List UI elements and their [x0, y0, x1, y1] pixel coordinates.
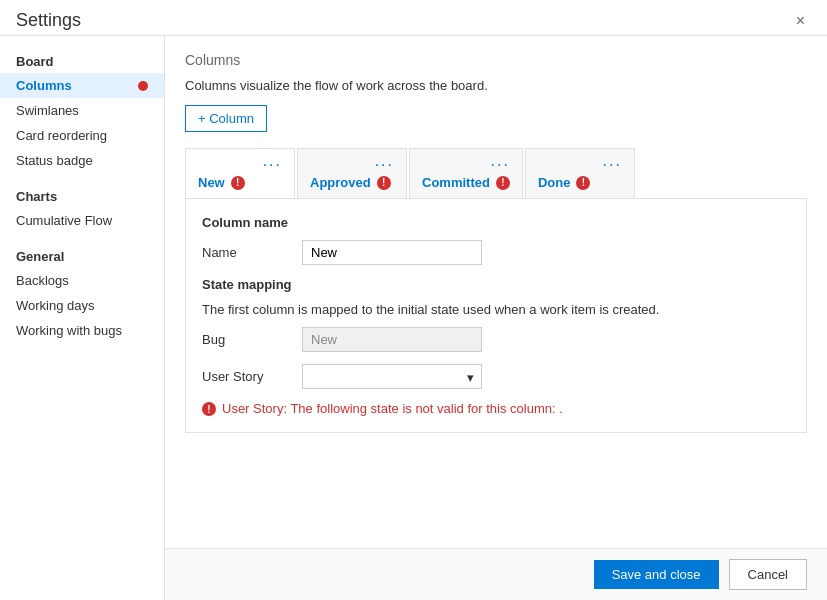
sidebar-item-backlogs-label: Backlogs [16, 273, 69, 288]
close-button[interactable]: × [790, 11, 811, 31]
bug-field-row: Bug New [202, 327, 790, 352]
sidebar-item-working-with-bugs[interactable]: Working with bugs [0, 318, 164, 343]
sidebar-item-status-badge[interactable]: Status badge [0, 148, 164, 173]
sidebar-item-cumulative-flow-label: Cumulative Flow [16, 213, 112, 228]
sidebar-item-working-days[interactable]: Working days [0, 293, 164, 318]
page-title: Columns [185, 52, 807, 68]
user-story-select-wrapper: New Active Resolved Closed [302, 364, 482, 389]
sidebar-item-status-badge-label: Status badge [16, 153, 93, 168]
user-story-field-row: User Story New Active Resolved Closed [202, 364, 790, 389]
state-mapping-section: State mapping The first column is mapped… [202, 277, 790, 416]
dialog-footer: Save and close Cancel [165, 548, 827, 600]
name-label: Name [202, 245, 302, 260]
state-mapping-heading: State mapping [202, 277, 790, 292]
name-field-row: Name [202, 240, 790, 265]
main-content: Columns Columns visualize the flow of wo… [165, 36, 827, 600]
content-area: Columns Columns visualize the flow of wo… [165, 36, 827, 548]
dialog-title: Settings [16, 10, 790, 31]
add-column-button[interactable]: + Column [185, 105, 267, 132]
column-tab-committed-error: ! [496, 176, 510, 190]
user-story-label: User Story [202, 369, 302, 384]
state-mapping-description: The first column is mapped to the initia… [202, 302, 790, 317]
column-tab-committed-menu[interactable]: ··· [491, 157, 510, 173]
sidebar-item-working-days-label: Working days [16, 298, 95, 313]
column-tab-committed-label: Committed [422, 175, 490, 190]
column-tabs: ··· New ! ··· Approved [185, 148, 807, 199]
sidebar: Board Columns Swimlanes Card reordering … [0, 36, 165, 600]
titlebar: Settings × [0, 0, 827, 36]
column-tab-new[interactable]: ··· New ! [185, 148, 295, 198]
sidebar-item-swimlanes[interactable]: Swimlanes [0, 98, 164, 123]
sidebar-item-swimlanes-label: Swimlanes [16, 103, 79, 118]
sidebar-item-columns[interactable]: Columns [0, 73, 164, 98]
column-name-heading: Column name [202, 215, 790, 230]
save-close-button[interactable]: Save and close [594, 560, 719, 589]
user-story-select[interactable]: New Active Resolved Closed [302, 364, 482, 389]
column-tab-done-error: ! [576, 176, 590, 190]
error-circle-icon: ! [202, 402, 216, 416]
column-detail-panel: Column name Name State mapping The first… [185, 199, 807, 433]
sidebar-section-charts[interactable]: Charts [0, 183, 164, 208]
column-tab-committed[interactable]: ··· Committed ! [409, 148, 523, 198]
sidebar-section-general[interactable]: General [0, 243, 164, 268]
column-tab-new-menu[interactable]: ··· [263, 157, 282, 173]
column-tab-approved[interactable]: ··· Approved ! [297, 148, 407, 198]
sidebar-item-columns-label: Columns [16, 78, 72, 93]
sidebar-item-card-reordering[interactable]: Card reordering [0, 123, 164, 148]
cancel-button[interactable]: Cancel [729, 559, 807, 590]
error-text: User Story: The following state is not v… [222, 401, 563, 416]
columns-error-indicator [138, 81, 148, 91]
column-tab-approved-error: ! [377, 176, 391, 190]
column-tab-done-label: Done [538, 175, 571, 190]
bug-value: New [302, 327, 482, 352]
settings-dialog: Settings × Board Columns Swimlanes Card … [0, 0, 827, 600]
user-story-error-message: ! User Story: The following state is not… [202, 401, 790, 416]
dialog-body: Board Columns Swimlanes Card reordering … [0, 36, 827, 600]
column-tab-new-label: New [198, 175, 225, 190]
sidebar-item-cumulative-flow[interactable]: Cumulative Flow [0, 208, 164, 233]
column-tab-new-error: ! [231, 176, 245, 190]
column-tab-approved-menu[interactable]: ··· [375, 157, 394, 173]
sidebar-item-backlogs[interactable]: Backlogs [0, 268, 164, 293]
column-name-input[interactable] [302, 240, 482, 265]
sidebar-item-card-reordering-label: Card reordering [16, 128, 107, 143]
column-tab-done[interactable]: ··· Done ! [525, 148, 635, 198]
sidebar-item-working-with-bugs-label: Working with bugs [16, 323, 122, 338]
column-tab-done-menu[interactable]: ··· [603, 157, 622, 173]
sidebar-section-board[interactable]: Board [0, 48, 164, 73]
column-tab-approved-label: Approved [310, 175, 371, 190]
page-description: Columns visualize the flow of work acros… [185, 78, 807, 93]
bug-label: Bug [202, 332, 302, 347]
